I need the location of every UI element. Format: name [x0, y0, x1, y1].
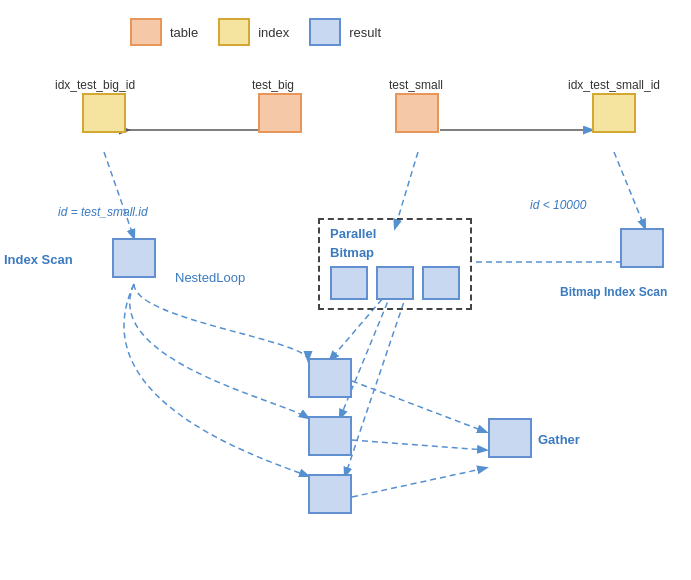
node-gather [488, 418, 532, 458]
node-idx-test-small-id [592, 93, 636, 133]
node-index-scan-result [112, 238, 156, 278]
bitmap-box-3 [422, 266, 460, 300]
legend: table index result [130, 18, 381, 46]
node-test-small [395, 93, 439, 133]
svg-line-9 [352, 381, 486, 432]
parallel-label: Parallel [330, 226, 460, 241]
nested1-box [308, 358, 352, 398]
idx-test-small-id-label: idx_test_small_id [568, 78, 660, 92]
legend-index: index [218, 18, 289, 46]
node-idx-test-big-id [82, 93, 126, 133]
parallel-container: Parallel Bitmap [318, 218, 472, 310]
legend-table-box [130, 18, 162, 46]
index-scan-label: Index Scan [4, 252, 73, 267]
legend-table: table [130, 18, 198, 46]
idx-test-big-id-label: idx_test_big_id [55, 78, 135, 92]
bitmap-box-2 [376, 266, 414, 300]
legend-table-label: table [170, 25, 198, 40]
bitmap-boxes [330, 266, 460, 300]
node-nested1 [308, 358, 352, 398]
svg-line-2 [104, 152, 134, 238]
bitmap-index-scan-label: Bitmap Index Scan [560, 285, 667, 299]
legend-index-box [218, 18, 250, 46]
bitmap-index-scan-box [620, 228, 664, 268]
node-nested3 [308, 474, 352, 514]
gather-label: Gather [538, 432, 580, 447]
diagram-container: table index result [0, 0, 691, 580]
node-bitmap-index-scan [620, 228, 664, 268]
legend-index-label: index [258, 25, 289, 40]
svg-line-4 [614, 152, 645, 228]
test-small-label: test_small [389, 78, 443, 92]
nested2-box [308, 416, 352, 456]
svg-line-10 [352, 440, 486, 450]
idx-test-big-id-box [82, 93, 126, 133]
gather-box [488, 418, 532, 458]
condition2-label: id < 10000 [530, 198, 586, 212]
test-big-label: test_big [252, 78, 294, 92]
node-test-big [258, 93, 302, 133]
svg-line-3 [395, 152, 418, 228]
test-small-box [395, 93, 439, 133]
bitmap-label: Bitmap [330, 245, 460, 260]
legend-result-label: result [349, 25, 381, 40]
test-big-box [258, 93, 302, 133]
legend-result: result [309, 18, 381, 46]
nested-loop-label: NestedLoop [175, 270, 245, 285]
index-scan-result-box [112, 238, 156, 278]
nested3-box [308, 474, 352, 514]
bitmap-box-1 [330, 266, 368, 300]
svg-line-11 [352, 468, 486, 497]
idx-test-small-id-box [592, 93, 636, 133]
node-nested2 [308, 416, 352, 456]
svg-line-8 [345, 284, 410, 476]
legend-result-box [309, 18, 341, 46]
condition1-label: id = test_small.id [58, 205, 148, 219]
